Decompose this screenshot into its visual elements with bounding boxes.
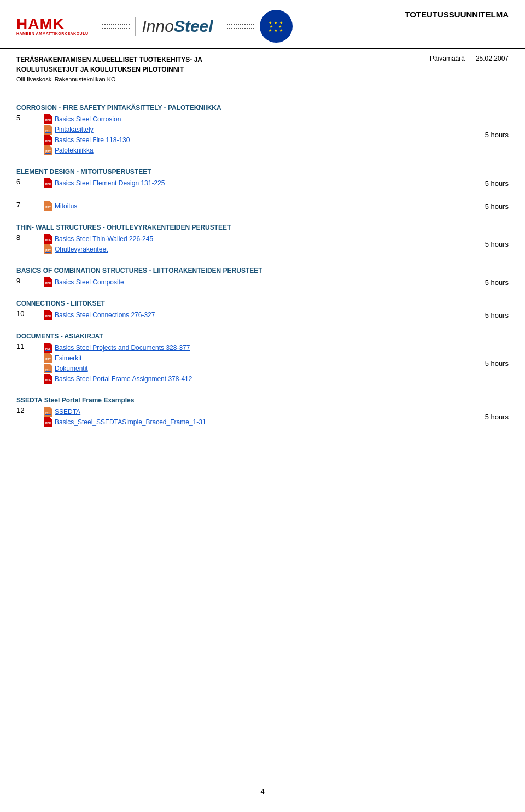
- subheader-date: Päivämäärä 25.02.2007: [430, 55, 509, 62]
- list-item[interactable]: PDF Basics Steel Connections 276-327: [44, 310, 468, 320]
- hamk-logo: HAMK HÄMEEN AMMATTIKORKEAKOULU: [16, 16, 89, 36]
- section-6-row: 6 PDF Basics Steel Element Design 131-22…: [16, 178, 509, 189]
- section-7-content: PPT Mitoitus: [44, 201, 468, 212]
- hamk-subtitle: HÄMEEN AMMATTIKORKEAKOULU: [16, 32, 89, 36]
- section-5-number: 5: [16, 114, 44, 122]
- list-item[interactable]: PDF Basics Steel Portal Frame Assignment…: [44, 374, 468, 384]
- pdf-icon: PDF: [44, 114, 52, 124]
- section-11-row: 11 PDF Basics Steel Projects and Documen…: [16, 342, 509, 384]
- project-title-line1: TERÄSRAKENTAMISEN ALUEELLISET TUOTEKEHIT…: [16, 55, 202, 65]
- section-11-block: DOCUMENTS - ASIAKIRJAT 11 PDF Basics Ste…: [16, 332, 509, 384]
- pdf-icon: PDF: [44, 234, 52, 244]
- section-10-number: 10: [16, 309, 44, 318]
- subheader: TERÄSRAKENTAMISEN ALUEELLISET TUOTEKEHIT…: [0, 49, 525, 87]
- link-label: Mitoitus: [55, 202, 77, 210]
- dots-line-1: [102, 24, 130, 25]
- section-12-content: PPT SSEDTA PDF Basics_Steel_SSEDTASimple…: [44, 406, 468, 428]
- date-label: Päivämäärä: [430, 55, 465, 62]
- list-item[interactable]: PPT Pintakäsittely: [44, 125, 468, 135]
- link-label: Basics Steel Fire 118-130: [55, 136, 130, 144]
- pdf-icon: PDF: [44, 178, 52, 188]
- list-item[interactable]: PPT SSEDTA: [44, 407, 468, 417]
- section-8-header: THIN- WALL STRUCTURES - OHUTLEVYRAKENTEI…: [16, 224, 509, 231]
- section-8-block: THIN- WALL STRUCTURES - OHUTLEVYRAKENTEI…: [16, 224, 509, 255]
- list-item[interactable]: PPT Palotekniikka: [44, 145, 468, 155]
- link-label: Basics Steel Connections 276-327: [55, 311, 155, 319]
- page-title: TOTEUTUSSUUNNITELMA: [405, 10, 509, 19]
- section-12-row: 12 PPT SSEDTA PDF Basics_Steel_SSEDTASim…: [16, 406, 509, 428]
- inno-text: Inno: [142, 17, 174, 36]
- hamk-name: HAMK: [16, 16, 89, 32]
- section-11-number: 11: [16, 342, 44, 350]
- list-item[interactable]: PDF Basics Steel Corrosion: [44, 114, 468, 124]
- ppt-icon: PPT: [44, 145, 52, 155]
- section-7-number: 7: [16, 201, 44, 209]
- section-12-header: SSEDTA Steel Portal Frame Examples: [16, 396, 509, 404]
- section-8-hours: 5 hours: [468, 240, 509, 248]
- list-item[interactable]: PDF Basics Steel Composite: [44, 277, 468, 287]
- section-6-content: PDF Basics Steel Element Design 131-225: [44, 178, 468, 189]
- link-label: SSEDTA: [55, 408, 80, 416]
- section-6-header: ELEMENT DESIGN - MITOITUSPERUSTEET: [16, 168, 509, 176]
- header: HAMK HÄMEEN AMMATTIKORKEAKOULU Inno Stee…: [0, 0, 525, 49]
- subheader-top: TERÄSRAKENTAMISEN ALUEELLISET TUOTEKEHIT…: [16, 55, 509, 74]
- link-label: Dokumentit: [55, 365, 88, 372]
- section-10-content: PDF Basics Steel Connections 276-327: [44, 309, 468, 320]
- section-12-hours: 5 hours: [468, 413, 509, 421]
- ppt-icon: PPT: [44, 407, 52, 417]
- link-label: Esimerkit: [55, 354, 81, 362]
- link-label: Basics Steel Thin-Walled 226-245: [55, 235, 153, 243]
- section-5-block: CORROSION - FIRE SAFETY PINTAKÄSITTELY -…: [16, 104, 509, 156]
- link-label: Basics Steel Portal Frame Assignment 378…: [55, 375, 192, 383]
- ppt-icon: PPT: [44, 353, 52, 363]
- list-item[interactable]: PDF Basics Steel Thin-Walled 226-245: [44, 234, 468, 244]
- link-label: Basics Steel Composite: [55, 278, 124, 286]
- section-11-content: PDF Basics Steel Projects and Documents …: [44, 342, 468, 384]
- pdf-icon: PDF: [44, 417, 52, 427]
- link-label: Basics Steel Projects and Documents 328-…: [55, 344, 190, 352]
- eu-stars: ★ ★ ★★ ★★ ★ ★: [269, 21, 283, 32]
- section-8-row: 8 PDF Basics Steel Thin-Walled 226-245 P…: [16, 233, 509, 255]
- section-8-content: PDF Basics Steel Thin-Walled 226-245 PPT…: [44, 233, 468, 255]
- dots-line-4: [227, 28, 254, 29]
- ppt-icon: PPT: [44, 201, 52, 211]
- subheader-main-title: TERÄSRAKENTAMISEN ALUEELLISET TUOTEKEHIT…: [16, 55, 202, 74]
- section-5-content: PDF Basics Steel Corrosion PPT Pintakäsi…: [44, 114, 468, 156]
- section-5-hours: 5 hours: [468, 131, 509, 139]
- section-10-block: CONNECTIONS - LIITOKSET 10 PDF Basics St…: [16, 300, 509, 320]
- list-item[interactable]: PPT Dokumentit: [44, 364, 468, 373]
- list-item[interactable]: PDF Basics Steel Fire 118-130: [44, 135, 468, 145]
- dots-divider-2: [221, 22, 260, 31]
- section-12-block: SSEDTA Steel Portal Frame Examples 12 PP…: [16, 396, 509, 428]
- list-item[interactable]: PPT Ohutlevyrakenteet: [44, 244, 468, 254]
- list-item[interactable]: PPT Esimerkit: [44, 353, 468, 363]
- section-6-hours: 5 hours: [468, 179, 509, 188]
- ppt-icon: PPT: [44, 364, 52, 373]
- list-item[interactable]: PPT Mitoitus: [44, 201, 468, 211]
- header-logos: HAMK HÄMEEN AMMATTIKORKEAKOULU Inno Stee…: [16, 10, 304, 43]
- list-item[interactable]: PDF Basics Steel Projects and Documents …: [44, 343, 468, 353]
- date-value: 25.02.2007: [476, 55, 509, 62]
- section-6-block: ELEMENT DESIGN - MITOITUSPERUSTEET 6 PDF…: [16, 168, 509, 189]
- section-5-header: CORROSION - FIRE SAFETY PINTAKÄSITTELY -…: [16, 104, 509, 112]
- subheader-author: Olli Ilveskoski Rakennustekniikan KO: [16, 76, 509, 83]
- section-7-block: 7 PPT Mitoitus 5 hours: [16, 201, 509, 212]
- list-item[interactable]: PDF Basics Steel Element Design 131-225: [44, 178, 468, 188]
- subheader-date-block: Päivämäärä 25.02.2007: [430, 55, 509, 62]
- eu-logo: ★ ★ ★★ ★★ ★ ★: [260, 10, 293, 43]
- list-item[interactable]: PDF Basics_Steel_SSEDTASimple_Braced_Fra…: [44, 417, 468, 427]
- section-10-row: 10 PDF Basics Steel Connections 276-327 …: [16, 309, 509, 320]
- section-8-number: 8: [16, 233, 44, 242]
- section-11-hours: 5 hours: [468, 359, 509, 367]
- link-label: Basics Steel Corrosion: [55, 115, 121, 123]
- link-label: Basics Steel Element Design 131-225: [55, 179, 165, 187]
- ppt-icon: PPT: [44, 125, 52, 135]
- link-label: Palotekniikka: [55, 147, 94, 154]
- pdf-icon: PDF: [44, 135, 52, 145]
- section-10-header: CONNECTIONS - LIITOKSET: [16, 300, 509, 307]
- section-9-number: 9: [16, 277, 44, 285]
- section-7-hours: 5 hours: [468, 202, 509, 211]
- link-label: Pintakäsittely: [55, 126, 94, 133]
- page-wrapper: HAMK HÄMEEN AMMATTIKORKEAKOULU Inno Stee…: [0, 0, 525, 812]
- pdf-icon: PDF: [44, 343, 52, 353]
